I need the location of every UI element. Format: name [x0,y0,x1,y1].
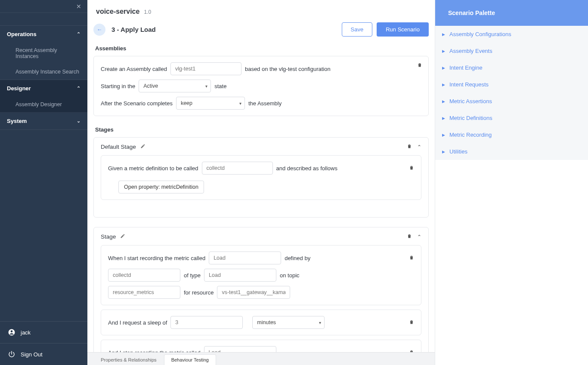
trash-icon[interactable] [409,319,414,326]
save-button[interactable]: Save [342,22,373,37]
stage-card: Stage ⌃ When I start recording the metri… [93,227,429,352]
stage-card: Default Stage ⌃ Given a metric definitio… [93,137,429,218]
user-icon [8,328,15,336]
caret-right-icon: ▶ [442,133,445,137]
section-label: Designer [7,85,31,92]
palette-item-assembly-configurations[interactable]: ▶Assembly Configurations [435,26,588,43]
sidebar-section-designer[interactable]: Designer ⌃ [0,80,87,97]
step-card: And I request a sleep of minutes [101,310,421,335]
label: and described as follows [276,165,337,172]
trash-icon[interactable] [407,144,412,150]
label: When I start recording the metric called [108,255,205,261]
close-icon[interactable]: ✕ [76,3,81,10]
arrow-left-icon: ← [97,26,102,33]
user-name: jack [21,329,31,336]
stage-title: Default Stage [101,144,136,150]
section-label: Operations [7,31,37,37]
topic-input[interactable] [108,286,180,299]
assemblies-heading: Assemblies [93,44,429,56]
svg-point-1 [11,330,13,332]
main: voice-service 1.0 ← 3 - Apply Load Save … [87,0,435,365]
open-property-button[interactable]: Open property: metricDefinition [118,181,204,193]
trash-icon[interactable] [409,349,414,352]
trash-icon[interactable] [407,233,412,240]
signout-label: Sign Out [21,351,43,358]
sidebar: ✕ Operations ⌃ Recent Assembly Instances… [0,0,87,365]
step-card: When I start recording the metric called… [101,245,421,305]
caret-right-icon: ▶ [442,49,445,53]
page-title: 3 - Apply Load [111,26,156,33]
resource-input[interactable] [217,286,290,299]
section-label: System [7,118,27,124]
metric-name-input[interactable] [209,252,281,264]
sidebar-item-recent-instances[interactable]: Recent Assembly Instances [0,43,87,64]
caret-right-icon: ▶ [442,32,445,37]
service-version: 1.0 [144,9,151,15]
palette-list: ▶Assembly Configurations ▶Assembly Event… [435,26,588,160]
trash-icon[interactable] [409,255,414,261]
label: the Assembly [248,100,282,107]
palette-item-metric-definitions[interactable]: ▶Metric Definitions [435,110,588,126]
trash-icon[interactable] [417,62,422,69]
chevron-down-icon: ⌄ [77,118,80,124]
label: state [214,83,226,89]
chevron-up-icon: ⌃ [77,86,80,91]
tab-properties[interactable]: Properties & Relationships [93,354,164,365]
sidebar-item-instance-search[interactable]: Assembly Instance Search [0,64,87,80]
label: of type [184,272,201,279]
caret-right-icon: ▶ [442,83,445,87]
assembly-name-input[interactable] [170,62,241,75]
caret-right-icon: ▶ [442,99,445,104]
palette-item-utilities[interactable]: ▶Utilities [435,143,588,160]
after-complete-select[interactable]: keep [176,97,245,110]
sidebar-section-operations[interactable]: Operations ⌃ [0,26,87,43]
chevron-up-icon: ⌃ [77,31,80,37]
collapse-icon[interactable]: ⌃ [417,234,421,240]
right-panel: Scenario Palette ▶Assembly Configuration… [435,0,588,365]
stop-metric-input[interactable] [204,346,276,352]
palette-item-intent-requests[interactable]: ▶Intent Requests [435,76,588,93]
palette-item-metric-assertions[interactable]: ▶Metric Assertions [435,93,588,110]
sidebar-signout[interactable]: Sign Out [0,343,87,365]
sidebar-user[interactable]: jack [0,321,87,343]
palette-item-assembly-events[interactable]: ▶Assembly Events [435,43,588,59]
sleep-unit-select[interactable]: minutes [252,316,325,329]
palette-title: Scenario Palette [435,0,588,26]
starting-state-select[interactable]: Active [139,80,211,92]
stage-title: Stage [101,233,116,240]
label: Create an Assembly called [101,66,167,72]
stages-heading: Stages [93,126,429,137]
label: And I request a sleep of [108,319,167,326]
sidebar-item-assembly-designer[interactable]: Assembly Designer [0,97,87,112]
caret-right-icon: ▶ [442,116,445,120]
caret-right-icon: ▶ [442,150,445,154]
service-name: voice-service [96,8,139,15]
defined-by-input[interactable] [108,269,180,282]
power-icon [8,350,15,358]
metric-type-input[interactable] [204,269,276,282]
step-card: Given a metric definition to be called a… [101,155,421,200]
back-button[interactable]: ← [93,24,105,36]
label: based on the vlg-test configuration [245,66,331,72]
label: Given a metric definition to be called [108,165,198,172]
caret-right-icon: ▶ [442,66,445,70]
tab-behaviour[interactable]: Behaviour Testing [164,354,216,365]
assemblies-card: Create an Assembly called based on the v… [93,56,429,116]
edit-icon[interactable] [120,233,125,240]
label: Starting in the [101,83,135,89]
collapse-icon[interactable]: ⌃ [417,144,421,150]
sidebar-section-system[interactable]: System ⌄ [0,113,87,129]
label: on topic [280,272,300,279]
bottom-tabs: Properties & Relationships Behaviour Tes… [87,352,435,365]
label: defined by [285,255,310,261]
palette-item-intent-engine[interactable]: ▶Intent Engine [435,59,588,76]
label: After the Scenario completes [101,100,173,107]
step-card: And I stop recording the metric called [101,340,421,352]
edit-icon[interactable] [140,144,145,150]
palette-item-metric-recording[interactable]: ▶Metric Recording [435,126,588,143]
metric-def-name-input[interactable] [202,162,273,175]
trash-icon[interactable] [409,165,414,172]
label: for resource [184,289,214,296]
run-button[interactable]: Run Scenario [377,22,429,37]
sleep-value-input[interactable] [170,316,243,329]
